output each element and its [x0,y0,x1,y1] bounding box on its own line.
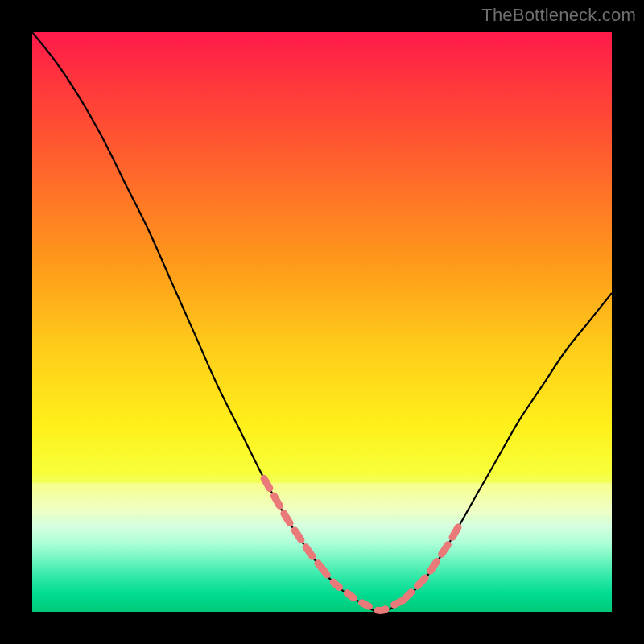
curve-svg [32,32,612,612]
dash-segment-floor [322,568,403,610]
plot-area [32,32,612,612]
bottleneck-curve [32,32,612,612]
dash-segment-right [403,522,461,600]
watermark-text: TheBottleneck.com [481,5,636,26]
chart-frame: TheBottleneck.com [0,0,644,644]
dash-segment-left [264,478,322,568]
